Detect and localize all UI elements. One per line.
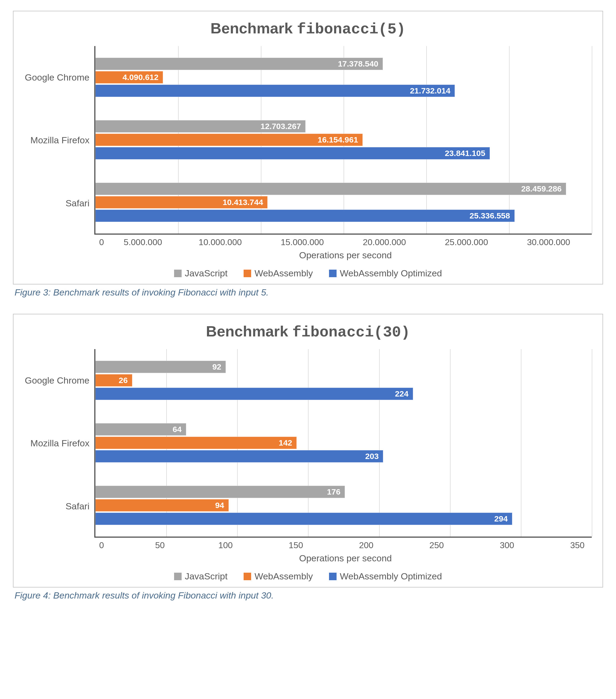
x-axis: 0 50 100 150 200 250 300 350 bbox=[24, 538, 592, 550]
bar-label: 203 bbox=[365, 452, 379, 461]
x-tick: 150 bbox=[289, 540, 303, 550]
x-tick: 5.000.000 bbox=[124, 237, 162, 247]
legend-item-js: JavaScript bbox=[174, 571, 228, 582]
x-axis-ticks: 0 50 100 150 200 250 300 350 bbox=[99, 538, 592, 550]
y-category: Mozilla Firefox bbox=[24, 438, 90, 448]
bar-label: 25.336.558 bbox=[470, 211, 510, 220]
y-category: Safari bbox=[24, 501, 90, 512]
figure-caption: Figure 4: Benchmark results of invoking … bbox=[15, 590, 603, 601]
legend-label: WebAssembly Optimized bbox=[340, 571, 442, 582]
bar-label: 23.841.105 bbox=[445, 149, 485, 158]
x-tick: 30.000.000 bbox=[527, 237, 570, 247]
chart-title: Benchmark fibonacci(30) bbox=[24, 322, 592, 341]
legend-label: JavaScript bbox=[185, 268, 228, 278]
x-tick: 350 bbox=[570, 540, 585, 550]
bar-label: 94 bbox=[215, 501, 224, 510]
x-tick: 200 bbox=[359, 540, 373, 550]
bars-stack: 92 26 224 64 142 203 176 94 294 bbox=[95, 349, 592, 537]
bar-label: 142 bbox=[279, 438, 292, 447]
swatch-icon bbox=[329, 573, 337, 580]
legend-label: WebAssembly bbox=[254, 268, 313, 278]
bar-group-safari: 28.459.286 10.413.744 25.336.558 bbox=[95, 171, 592, 234]
bar-wasm: 16.154.961 bbox=[95, 134, 363, 146]
legend-item-opt: WebAssembly Optimized bbox=[329, 571, 442, 582]
x-tick: 10.000.000 bbox=[199, 237, 242, 247]
legend: JavaScript WebAssembly WebAssembly Optim… bbox=[24, 571, 592, 582]
bar-js: 92 bbox=[95, 361, 226, 373]
bar-label: 26 bbox=[119, 376, 128, 385]
bar-js: 176 bbox=[95, 486, 345, 498]
bar-group-safari: 176 94 294 bbox=[95, 474, 592, 537]
plot-area-wrapper: Google Chrome Mozilla Firefox Safari 17.… bbox=[24, 46, 592, 235]
legend-item-wasm: WebAssembly bbox=[244, 268, 313, 278]
bar-label: 4.090.612 bbox=[122, 73, 158, 82]
bar-wasm: 10.413.744 bbox=[95, 196, 267, 209]
bar-group-chrome: 17.378.540 4.090.612 21.732.014 bbox=[95, 46, 592, 108]
gridline bbox=[592, 349, 592, 537]
x-tick: 25.000.000 bbox=[445, 237, 488, 247]
bar-wasm-opt: 25.336.558 bbox=[95, 210, 515, 222]
legend-item-wasm: WebAssembly bbox=[244, 571, 313, 582]
y-category: Google Chrome bbox=[24, 72, 90, 83]
bar-wasm-opt: 23.841.105 bbox=[95, 147, 490, 159]
chart-fib5: Benchmark fibonacci(5) Google Chrome Moz… bbox=[13, 11, 603, 285]
swatch-icon bbox=[244, 269, 251, 277]
x-tick: 15.000.000 bbox=[281, 237, 324, 247]
y-category: Google Chrome bbox=[24, 375, 90, 386]
gridline bbox=[592, 46, 592, 234]
bar-label: 12.703.267 bbox=[261, 122, 301, 131]
bar-group-chrome: 92 26 224 bbox=[95, 349, 592, 412]
x-axis-ticks: 0 5.000.000 10.000.000 15.000.000 20.000… bbox=[99, 235, 592, 247]
x-tick: 300 bbox=[500, 540, 514, 550]
title-prefix: Benchmark bbox=[206, 323, 292, 340]
y-axis-labels: Google Chrome Mozilla Firefox Safari bbox=[24, 46, 94, 235]
legend-label: WebAssembly Optimized bbox=[340, 268, 442, 278]
bar-wasm-opt: 21.732.014 bbox=[95, 84, 455, 97]
bar-group-firefox: 64 142 203 bbox=[95, 412, 592, 474]
y-category: Safari bbox=[24, 198, 90, 209]
bars-stack: 17.378.540 4.090.612 21.732.014 12.703.2… bbox=[95, 46, 592, 234]
chart-fib30: Benchmark fibonacci(30) Google Chrome Mo… bbox=[13, 314, 603, 588]
swatch-icon bbox=[174, 573, 182, 580]
swatch-icon bbox=[174, 269, 182, 277]
plot-area: 92 26 224 64 142 203 176 94 294 bbox=[94, 349, 592, 538]
legend-item-opt: WebAssembly Optimized bbox=[329, 268, 442, 278]
bar-label: 92 bbox=[212, 362, 221, 371]
x-tick: 0 bbox=[99, 237, 104, 247]
x-tick: 20.000.000 bbox=[363, 237, 406, 247]
swatch-icon bbox=[244, 573, 251, 580]
swatch-icon bbox=[329, 269, 337, 277]
y-category: Mozilla Firefox bbox=[24, 135, 90, 145]
title-code: fibonacci(30) bbox=[292, 324, 410, 341]
bar-wasm: 94 bbox=[95, 499, 229, 512]
x-axis-label: Operations per second bbox=[24, 250, 592, 261]
bar-wasm-opt: 294 bbox=[95, 513, 512, 525]
x-axis-label: Operations per second bbox=[24, 553, 592, 564]
x-tick: 100 bbox=[218, 540, 233, 550]
bar-label: 224 bbox=[395, 389, 408, 398]
bar-label: 28.459.286 bbox=[521, 184, 562, 194]
bar-wasm: 26 bbox=[95, 374, 132, 386]
bar-label: 21.732.014 bbox=[410, 86, 450, 95]
bar-js: 12.703.267 bbox=[95, 120, 305, 133]
plot-area-wrapper: Google Chrome Mozilla Firefox Safari 92 … bbox=[24, 349, 592, 538]
bar-js: 28.459.286 bbox=[95, 183, 566, 195]
legend-label: JavaScript bbox=[185, 571, 228, 582]
bar-label: 16.154.961 bbox=[318, 135, 358, 144]
figure-caption: Figure 3: Benchmark results of invoking … bbox=[15, 287, 603, 298]
bar-wasm-opt: 203 bbox=[95, 450, 383, 462]
x-tick: 250 bbox=[430, 540, 444, 550]
legend: JavaScript WebAssembly WebAssembly Optim… bbox=[24, 268, 592, 278]
title-code: fibonacci(5) bbox=[297, 21, 406, 38]
bar-label: 176 bbox=[327, 487, 340, 497]
bar-wasm: 142 bbox=[95, 437, 297, 449]
bar-group-firefox: 12.703.267 16.154.961 23.841.105 bbox=[95, 108, 592, 171]
bar-js: 17.378.540 bbox=[95, 58, 383, 70]
title-prefix: Benchmark bbox=[210, 19, 297, 37]
legend-label: WebAssembly bbox=[254, 571, 313, 582]
x-tick: 0 bbox=[99, 540, 104, 550]
bar-label: 294 bbox=[494, 514, 508, 523]
bar-label: 17.378.540 bbox=[338, 59, 378, 68]
chart-title: Benchmark fibonacci(5) bbox=[24, 19, 592, 38]
y-axis-labels: Google Chrome Mozilla Firefox Safari bbox=[24, 349, 94, 538]
